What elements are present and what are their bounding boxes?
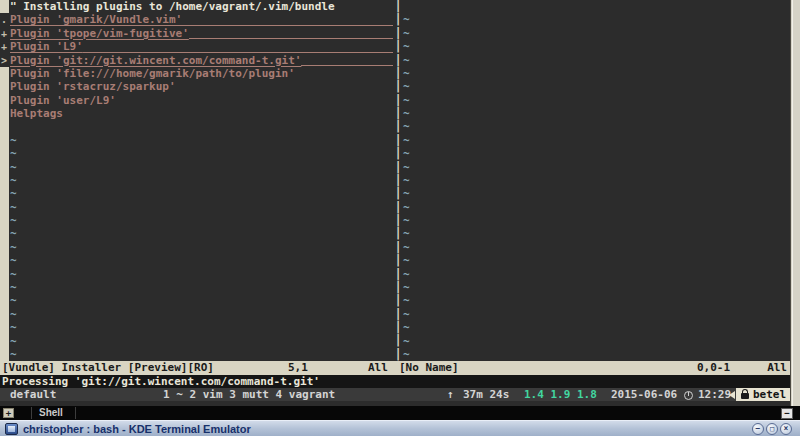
empty-line-tilde: ~ bbox=[10, 187, 393, 200]
underline-fill bbox=[182, 13, 393, 26]
empty-line-tilde: ~ bbox=[403, 308, 783, 321]
empty-line-tilde: ~ bbox=[403, 241, 783, 254]
buffer-line: Plugin 'gmarik/Vundle.vim' bbox=[10, 13, 393, 26]
gutter-top-block bbox=[0, 0, 9, 13]
buffer-line-text: Plugin 'rstacruz/sparkup' bbox=[10, 80, 176, 93]
uptime-arrow-icon: ↑ bbox=[447, 388, 454, 402]
empty-line-tilde: ~ bbox=[403, 254, 783, 267]
hostname-badge: betel bbox=[736, 388, 791, 401]
empty-line-tilde: ~ bbox=[10, 268, 393, 281]
byobu-load-average: 1.4 1.9 1.8 bbox=[524, 388, 597, 402]
clock-icon bbox=[684, 391, 693, 400]
tab-shell[interactable]: Shell bbox=[39, 406, 63, 420]
buffer-line-text: Plugin 'file:///home/gmarik/path/to/plug… bbox=[10, 67, 295, 80]
terminal-viewport[interactable]: " Installing plugins to /home/vagrant/.v… bbox=[0, 0, 800, 406]
empty-line-tilde: ~ bbox=[403, 281, 783, 294]
empty-line-tilde: ~ bbox=[403, 80, 783, 93]
gutter-strip bbox=[0, 67, 9, 362]
buffer-line: Plugin 'git://git.wincent.com/command-t.… bbox=[10, 54, 393, 67]
byobu-window-list: 1 ~ 2 vim 3 mutt 4 vagrant bbox=[163, 388, 335, 402]
empty-line-tilde: ~ bbox=[403, 321, 783, 334]
vundle-status-marker: . bbox=[1, 13, 9, 26]
minimize-button[interactable]: − bbox=[752, 423, 764, 435]
empty-line-tilde: ~ bbox=[403, 107, 783, 120]
terminal-scrollbar[interactable] bbox=[790, 0, 800, 406]
underline-fill bbox=[189, 27, 393, 40]
konsole-app-icon bbox=[5, 423, 18, 435]
empty-line-tilde: ~ bbox=[10, 201, 393, 214]
buffer-line-text: Plugin 'user/L9' bbox=[10, 94, 116, 107]
vim-window-vundle[interactable]: " Installing plugins to /home/vagrant/.v… bbox=[0, 0, 394, 362]
buffer-line-text: Plugin 'L9' bbox=[10, 40, 83, 53]
buffer-header-line: " Installing plugins to /home/vagrant/.v… bbox=[10, 0, 393, 13]
buffer-line-text: Plugin 'tpope/vim-fugitive' bbox=[10, 27, 189, 40]
byobu-hostname: betel bbox=[753, 388, 786, 402]
empty-line-tilde: ~ bbox=[10, 134, 393, 147]
byobu-date: 2015-06-06 bbox=[611, 388, 677, 402]
empty-line-tilde: ~ bbox=[10, 161, 393, 174]
maximize-button[interactable]: □ bbox=[766, 423, 778, 435]
empty-line-tilde: ~ bbox=[10, 214, 393, 227]
buffer-line: Plugin 'user/L9' bbox=[10, 94, 393, 107]
empty-line-tilde: ~ bbox=[10, 348, 393, 361]
vim-statusline: [Vundle] Installer [Preview][RO] 5,1 All… bbox=[0, 361, 800, 374]
empty-line-tilde: ~ bbox=[403, 27, 783, 40]
vim-command-message: Processing 'git://git.wincent.com/comman… bbox=[2, 375, 320, 389]
empty-line-tilde: ~ bbox=[10, 241, 393, 254]
empty-line-tilde: ~ bbox=[403, 94, 783, 107]
vundle-status-marker: > bbox=[1, 54, 9, 67]
konsole-window: " Installing plugins to /home/vagrant/.v… bbox=[0, 0, 800, 436]
statusline-right-file: [No Name] bbox=[399, 361, 459, 375]
empty-line-tilde: ~ bbox=[403, 54, 783, 67]
empty-line-tilde: ~ bbox=[403, 268, 783, 281]
empty-line-tilde: ~ bbox=[10, 308, 393, 321]
statusline-left-scroll: All bbox=[368, 361, 388, 375]
empty-line-tilde: ~ bbox=[10, 227, 393, 240]
buffer-line: Plugin 'L9' bbox=[10, 40, 393, 53]
empty-line-tilde: ~ bbox=[403, 348, 783, 361]
statusline-left-position: 5,1 bbox=[288, 361, 308, 375]
byobu-time: 12:29 bbox=[698, 388, 731, 402]
tab-bar: + Shell − bbox=[0, 406, 800, 420]
hostname-badge-notch bbox=[729, 391, 735, 399]
buffer-line-text: Helptags bbox=[10, 107, 63, 120]
empty-line-tilde: ~ bbox=[403, 67, 783, 80]
vim-command-line: Processing 'git://git.wincent.com/comman… bbox=[0, 375, 800, 388]
close-button[interactable]: × bbox=[780, 423, 792, 435]
window-titlebar[interactable]: christopher : bash - KDE Terminal Emulat… bbox=[0, 420, 800, 436]
buffer-line: Plugin 'file:///home/gmarik/path/to/plug… bbox=[10, 67, 393, 80]
empty-line-tilde: ~ bbox=[10, 174, 393, 187]
vim-window-noname[interactable]: ~~~~~~~~~~~~~~~~~~~~~~~~~~ bbox=[395, 0, 790, 362]
buffer-line: Helptags bbox=[10, 107, 393, 120]
empty-line-tilde: ~ bbox=[403, 120, 783, 133]
empty-line-tilde: ~ bbox=[403, 187, 783, 200]
empty-line-tilde: ~ bbox=[403, 294, 783, 307]
buffer-line: Plugin 'rstacruz/sparkup' bbox=[10, 80, 393, 93]
empty-line-tilde: ~ bbox=[403, 174, 783, 187]
vundle-status-marker: + bbox=[1, 27, 9, 40]
empty-line-tilde: ~ bbox=[10, 147, 393, 160]
empty-line-tilde: ~ bbox=[403, 214, 783, 227]
buffer-line: Plugin 'tpope/vim-fugitive' bbox=[10, 27, 393, 40]
empty-line-tilde: ~ bbox=[10, 281, 393, 294]
tabbar-menu-button[interactable]: − bbox=[781, 408, 793, 419]
empty-line-tilde: ~ bbox=[403, 161, 783, 174]
lock-icon bbox=[741, 393, 749, 399]
underline-fill bbox=[83, 40, 393, 53]
new-tab-button[interactable]: + bbox=[3, 408, 14, 418]
empty-line-tilde: ~ bbox=[10, 254, 393, 267]
empty-line-tilde: ~ bbox=[403, 201, 783, 214]
empty-line-tilde: ~ bbox=[403, 227, 783, 240]
buffer-line-text: Plugin 'gmarik/Vundle.vim' bbox=[10, 13, 182, 26]
vundle-status-marker: + bbox=[1, 40, 9, 53]
window-title: christopher : bash - KDE Terminal Emulat… bbox=[23, 421, 251, 436]
empty-line-tilde: ~ bbox=[10, 321, 393, 334]
tab-separator bbox=[75, 407, 76, 419]
buffer-line-text: Plugin 'git://git.wincent.com/command-t.… bbox=[10, 54, 301, 67]
empty-line-tilde: ~ bbox=[403, 13, 783, 26]
statusline-right-scroll: All bbox=[767, 361, 787, 375]
vundle-sign-column: .++> bbox=[0, 0, 9, 362]
empty-line-tilde: ~ bbox=[403, 335, 783, 348]
empty-line-tilde: ~ bbox=[10, 294, 393, 307]
tab-separator bbox=[31, 407, 32, 419]
